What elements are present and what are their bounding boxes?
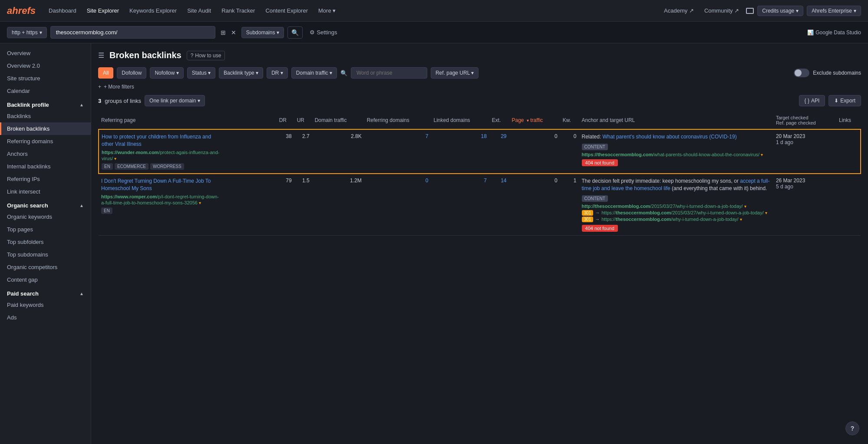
col-dr[interactable]: DR [277,112,294,129]
table-row: I Don't Regret Turning Down A Full-Time … [99,174,861,235]
more-filters-button[interactable]: + + More filters [98,82,134,92]
tag-en: EN [102,163,113,170]
hamburger-icon[interactable]: ☰ [98,51,104,59]
ext-value[interactable]: 14 [489,174,509,235]
ref-page-url-button[interactable]: Ref. page URL ▾ [431,67,479,79]
sidebar-item-ads[interactable]: Ads [0,311,91,324]
col-ext[interactable]: Ext. [489,112,509,129]
col-links: Links [836,112,861,129]
google-data-studio-button[interactable]: 📊 Google Data Studio [807,30,861,36]
redirect-url-1[interactable]: https://thesoccermomblog.com/2015/03/27/… [601,210,767,215]
nav-item-site-audit[interactable]: Site Audit [183,5,215,16]
enterprise-button[interactable]: Ahrefs Enterprise ▾ [807,6,861,16]
word-phrase-search[interactable] [351,67,427,79]
sidebar-item-paid-keywords[interactable]: Paid keywords [0,299,91,311]
sidebar-item-referring-ips[interactable]: Referring IPs [0,173,91,185]
filter-all-button[interactable]: All [98,67,113,79]
protocol-selector[interactable]: http + https ▾ [7,27,47,38]
top-nav: ahrefs Dashboard Site Explorer Keywords … [0,0,868,22]
col-kw[interactable]: Kw. [560,112,579,129]
anchor-link[interactable]: accept a full-time job and leave the hom… [582,178,770,191]
nav-item-dashboard[interactable]: Dashboard [44,5,81,16]
nav-item-site-explorer[interactable]: Site Explorer [83,5,123,16]
filter-nofollow-button[interactable]: Nofollow ▾ [150,67,183,79]
tag-ecommerce: ECOMMERCE [115,163,149,170]
page-title-link[interactable]: How to protect your children from Influe… [102,133,223,148]
sidebar-item-top-pages[interactable]: Top pages [0,223,91,236]
page-title: Broken backlinks [109,50,182,60]
export-button[interactable]: ⬇ Export [828,95,861,106]
filter-status-button[interactable]: Status ▾ [187,67,215,79]
sidebar-item-link-intersect[interactable]: Link intersect [0,185,91,198]
clear-url-button[interactable]: ✕ [229,27,238,38]
target-url[interactable]: http://thesoccermomblog.com/2015/03/27/w… [582,203,771,209]
subdomains-selector[interactable]: Subdomains ▾ [241,27,284,38]
redirect-arrow-icon: → [595,210,600,215]
sidebar-item-content-gap[interactable]: Content gap [0,273,91,286]
links-cell [836,174,861,235]
url-input[interactable] [50,26,215,39]
credits-usage-button[interactable]: Credits usage ▾ [757,6,803,16]
help-button[interactable]: ? [845,421,859,435]
sidebar-item-backlinks[interactable]: Backlinks [0,110,91,122]
sidebar-section-paid-search[interactable]: Paid search ▲ [0,286,91,299]
page-title-link[interactable]: I Don't Regret Turning Down A Full-Time … [101,178,223,192]
filter-dofollow-button[interactable]: Dofollow [117,67,146,79]
col-ur[interactable]: UR [294,112,312,129]
nav-item-rank-tracker[interactable]: Rank Tracker [217,5,259,16]
col-referring-domains[interactable]: Referring domains [364,112,431,129]
sidebar-item-calendar[interactable]: Calendar [0,85,91,97]
sidebar-item-site-structure[interactable]: Site structure [0,72,91,85]
sidebar-item-organic-keywords[interactable]: Organic keywords [0,210,91,223]
sidebar-section-backlink-profile[interactable]: Backlink profile ▲ [0,97,91,110]
nav-community[interactable]: Community ↗ [701,6,743,16]
exclude-subdomains-toggle[interactable] [794,69,809,77]
sidebar-item-organic-competitors[interactable]: Organic competitors [0,261,91,273]
ext-value[interactable]: 29 [489,129,509,174]
sidebar-item-referring-domains[interactable]: Referring domains [0,135,91,148]
redirect-badge-2: 301 [582,217,594,222]
kw-value: 0 [560,129,579,174]
col-linked-domains[interactable]: Linked domains [431,112,489,129]
sidebar-item-top-subfolders[interactable]: Top subfolders [0,236,91,248]
anchor-link[interactable]: What parent's should know about coronavi… [603,134,737,140]
linked-domains-value[interactable]: 7 [431,174,489,235]
col-page-traffic[interactable]: Page ▾ traffic [509,112,560,129]
nav-item-more[interactable]: More ▾ [314,5,340,16]
sidebar-item-anchors[interactable]: Anchors [0,148,91,160]
linked-domains-value[interactable]: 18 [431,129,489,174]
page-url[interactable]: https://wunder-mom.com/protect-agais-inf… [102,149,223,162]
page-url[interactable]: https://www.romper.com/p/i-dont-regret-t… [101,194,223,206]
tag-wordpress: WORDPRESS [150,163,184,170]
settings-button[interactable]: ⚙ Settings [306,27,340,37]
links-cell [836,129,861,174]
content-area: ☰ Broken backlinks ? How to use All Dofo… [91,43,868,444]
ref-domains-value[interactable]: 0 [364,174,431,235]
page-traffic-value: 0 [509,129,560,174]
open-external-button[interactable]: ⊞ [219,27,228,38]
nav-item-content-explorer[interactable]: Content Explorer [261,5,312,16]
filter-domain-traffic-button[interactable]: Domain traffic ▾ [291,67,337,79]
filter-dr-button[interactable]: DR ▾ [267,67,288,79]
anchor-target-cell: Related: What parent's should know about… [579,129,773,174]
filter-backlink-type-button[interactable]: Backlink type ▾ [219,67,263,79]
sidebar-item-top-subdomains[interactable]: Top subdomains [0,248,91,261]
ref-domains-value[interactable]: 7 [364,129,431,174]
sidebar-item-overview-2[interactable]: Overview 2.0 [0,59,91,72]
target-url[interactable]: https://thesoccermomblog.com/what-parent… [582,151,771,158]
sidebar-section-organic-search[interactable]: Organic search ▲ [0,198,91,210]
nav-academy[interactable]: Academy ↗ [660,6,697,16]
table-controls: 3 groups of links One link per domain ▾ … [98,95,861,106]
col-domain-traffic[interactable]: Domain traffic [312,112,364,129]
search-button[interactable]: 🔍 [287,26,303,39]
sidebar-item-internal-backlinks[interactable]: Internal backlinks [0,160,91,173]
nav-item-keywords-explorer[interactable]: Keywords Explorer [125,5,181,16]
content-badge: CONTENT [582,144,608,150]
how-to-use-button[interactable]: ? How to use [187,51,225,60]
api-button[interactable]: { } API [799,95,825,106]
logo[interactable]: ahrefs [7,5,36,16]
redirect-url-2[interactable]: https://thesoccermomblog.com/why-i-turne… [601,217,742,222]
one-link-per-domain-button[interactable]: One link per domain ▾ [145,95,205,106]
sidebar-item-broken-backlinks[interactable]: Broken backlinks [0,122,91,135]
sidebar-item-overview[interactable]: Overview [0,47,91,59]
